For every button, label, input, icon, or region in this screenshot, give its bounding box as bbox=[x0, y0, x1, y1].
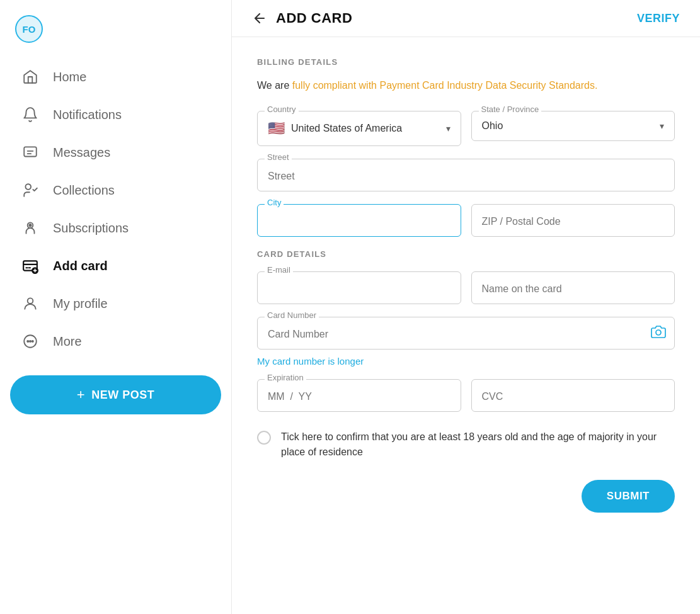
sidebar-item-more[interactable]: More bbox=[5, 322, 226, 360]
sidebar-item-home-label: Home bbox=[53, 70, 86, 84]
new-post-label: NEW POST bbox=[91, 389, 154, 402]
verify-button[interactable]: VERIFY bbox=[637, 12, 680, 25]
main-content: ADD CARD VERIFY BILLING DETAILS We are f… bbox=[232, 0, 700, 614]
svg-point-9 bbox=[30, 341, 31, 342]
subscriptions-icon bbox=[20, 218, 40, 238]
collections-icon bbox=[20, 180, 40, 200]
email-group: E-mail bbox=[257, 271, 461, 304]
email-label: E-mail bbox=[265, 265, 293, 275]
cvc-group bbox=[471, 379, 675, 412]
expiry-group: Expiration bbox=[257, 379, 461, 412]
street-row: Street bbox=[257, 159, 675, 191]
country-state-row: Country 🇺🇸 United States of America ▾ St… bbox=[257, 111, 675, 146]
sidebar-item-notifications-label: Notifications bbox=[53, 108, 122, 122]
sidebar-item-home[interactable]: Home bbox=[5, 58, 226, 96]
state-select[interactable]: Ohio ▾ bbox=[471, 111, 675, 141]
city-label: City bbox=[265, 198, 284, 207]
sidebar-item-my-profile-label: My profile bbox=[53, 297, 108, 311]
longer-card-link[interactable]: My card number is longer bbox=[257, 356, 675, 367]
sidebar-item-add-card[interactable]: Add card bbox=[5, 247, 226, 285]
city-group: City bbox=[257, 204, 461, 237]
message-icon bbox=[20, 142, 40, 162]
svg-point-11 bbox=[656, 330, 661, 335]
card-name-input[interactable] bbox=[471, 271, 675, 304]
zip-input[interactable] bbox=[471, 204, 675, 237]
expiry-cvc-row: Expiration bbox=[257, 379, 675, 412]
street-label: Street bbox=[265, 152, 292, 162]
new-post-button[interactable]: + NEW POST bbox=[10, 375, 221, 414]
state-label: State / Province bbox=[479, 105, 542, 114]
age-confirm-row: Tick here to confirm that you are at lea… bbox=[257, 429, 675, 460]
top-bar-left: ADD CARD bbox=[252, 10, 352, 26]
country-value: United States of America bbox=[291, 123, 446, 134]
sidebar-item-messages-label: Messages bbox=[53, 145, 110, 160]
country-label: Country bbox=[265, 105, 299, 114]
card-number-group: Card Number bbox=[257, 317, 675, 350]
svg-rect-0 bbox=[24, 147, 37, 156]
sidebar-item-subscriptions[interactable]: Subscriptions bbox=[5, 209, 226, 247]
sidebar-item-messages[interactable]: Messages bbox=[5, 134, 226, 171]
billing-section-title: BILLING DETAILS bbox=[257, 57, 675, 67]
submit-button[interactable]: SUBMIT bbox=[582, 480, 675, 513]
bell-icon bbox=[20, 105, 40, 125]
sidebar-item-collections-label: Collections bbox=[53, 183, 115, 198]
sidebar: FO Home Notifications Messages bbox=[0, 0, 232, 614]
state-chevron-icon: ▾ bbox=[660, 121, 664, 131]
sidebar-item-more-label: More bbox=[53, 334, 82, 349]
svg-point-1 bbox=[25, 184, 31, 190]
profile-icon bbox=[20, 293, 40, 314]
card-number-row: Card Number bbox=[257, 317, 675, 350]
back-button[interactable] bbox=[252, 11, 267, 26]
card-number-label: Card Number bbox=[265, 310, 319, 320]
page-title: ADD CARD bbox=[276, 10, 352, 26]
age-confirm-text: Tick here to confirm that you are at lea… bbox=[281, 429, 675, 460]
camera-icon[interactable] bbox=[651, 324, 666, 342]
cvc-input[interactable] bbox=[471, 379, 675, 412]
svg-point-8 bbox=[27, 341, 28, 342]
home-icon bbox=[20, 67, 40, 87]
city-zip-row: City bbox=[257, 204, 675, 237]
expiry-input[interactable] bbox=[257, 379, 461, 412]
more-icon bbox=[20, 331, 40, 351]
email-name-row: E-mail bbox=[257, 271, 675, 304]
state-value: Ohio bbox=[482, 120, 660, 132]
sidebar-item-add-card-label: Add card bbox=[53, 259, 108, 273]
city-input[interactable] bbox=[257, 204, 461, 237]
country-group: Country 🇺🇸 United States of America ▾ bbox=[257, 111, 461, 146]
compliance-highlight: fully compliant with Payment Card Indust… bbox=[292, 80, 598, 91]
email-input[interactable] bbox=[257, 271, 461, 304]
sidebar-item-subscriptions-label: Subscriptions bbox=[53, 221, 129, 236]
avatar[interactable]: FO bbox=[15, 15, 43, 43]
zip-group bbox=[471, 204, 675, 237]
compliance-text: We are fully compliant with Payment Card… bbox=[257, 78, 675, 93]
add-card-icon bbox=[20, 256, 40, 276]
street-input[interactable] bbox=[257, 159, 675, 191]
top-bar: ADD CARD VERIFY bbox=[232, 0, 700, 37]
card-number-input[interactable] bbox=[257, 317, 675, 350]
svg-point-6 bbox=[28, 298, 33, 304]
svg-point-10 bbox=[32, 341, 33, 342]
country-select[interactable]: 🇺🇸 United States of America ▾ bbox=[257, 111, 461, 146]
svg-point-3 bbox=[29, 224, 31, 226]
card-section-title: CARD DETAILS bbox=[257, 249, 675, 259]
expiration-label: Expiration bbox=[265, 373, 306, 382]
submit-row: SUBMIT bbox=[257, 480, 675, 513]
street-group: Street bbox=[257, 159, 675, 191]
state-group: State / Province Ohio ▾ bbox=[471, 111, 675, 146]
card-name-group bbox=[471, 271, 675, 304]
sidebar-item-notifications[interactable]: Notifications bbox=[5, 96, 226, 134]
sidebar-item-collections[interactable]: Collections bbox=[5, 171, 226, 209]
form-area: BILLING DETAILS We are fully compliant w… bbox=[232, 37, 700, 533]
sidebar-item-my-profile[interactable]: My profile bbox=[5, 285, 226, 322]
country-chevron-icon: ▾ bbox=[446, 123, 450, 134]
age-confirm-checkbox[interactable] bbox=[257, 431, 271, 445]
flag-icon: 🇺🇸 bbox=[268, 120, 285, 137]
